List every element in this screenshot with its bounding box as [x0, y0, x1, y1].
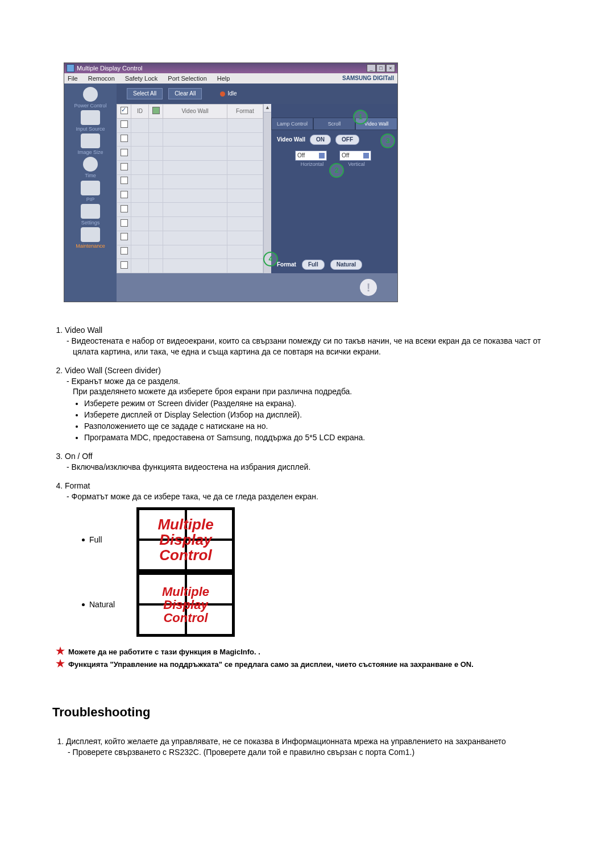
star-icon: ★ [56, 660, 65, 670]
options-panel: 1 3 Lamp Control Scroll Video Wall Video… [271, 104, 397, 273]
settings-icon [81, 204, 100, 219]
table-row[interactable] [117, 203, 263, 217]
video-wall-on-button[interactable]: ON [310, 135, 331, 145]
toolbar: Select All Clear All Idle [117, 84, 397, 104]
minimize-button[interactable]: _ [367, 64, 376, 72]
menu-remocon[interactable]: Remocon [88, 74, 115, 83]
item-4-d1: Форматът може да се избере така, че да с… [65, 491, 563, 502]
app-screenshot: Multiple Display Control _ □ × File Remo… [64, 62, 398, 302]
table-row[interactable] [117, 217, 263, 231]
clear-all-button[interactable]: Clear All [168, 88, 202, 99]
item-2-b2: Изберете дисплей от Display Selection (И… [84, 410, 563, 420]
table-row[interactable] [117, 231, 263, 245]
horizontal-sublabel: Horizontal [295, 161, 329, 168]
menu-bar: File Remocon Safety Lock Port Selection … [64, 73, 397, 84]
chevron-down-icon [319, 153, 325, 158]
table-scrollbar[interactable]: ▲ [263, 104, 271, 273]
sidebar-item-input-source[interactable]: Input Source [64, 110, 117, 132]
item-2-b4: Програмата MDC, предоставена от Samsung,… [84, 432, 563, 443]
maintenance-icon [81, 227, 100, 242]
vertical-sublabel: Vertical [339, 161, 374, 168]
format-full-label: Full [89, 535, 102, 545]
table-row[interactable] [117, 259, 263, 273]
table-row[interactable] [117, 132, 263, 147]
format-natural-label: Natural [89, 599, 115, 610]
ts-item-1-d1: Проверете свързването с RS232C. (Провере… [66, 747, 563, 758]
item-3-title: On / Off [65, 452, 93, 461]
display-table: ID Video Wall Format [117, 104, 271, 273]
select-all-button[interactable]: Select All [127, 88, 163, 99]
brand-label: SAMSUNG DIGITall [342, 74, 394, 82]
menu-file[interactable]: File [68, 74, 78, 83]
format-natural-button[interactable]: Natural [330, 260, 362, 270]
image-size-icon [81, 133, 100, 148]
time-icon [83, 157, 98, 172]
format-examples: Full MultipleDisplayControl Natural Mult… [82, 507, 563, 637]
troubleshooting-heading: Troubleshooting [52, 704, 563, 721]
table-row[interactable] [117, 189, 263, 203]
item-1-desc: Видеостената е набор от видеоекрани, кои… [65, 336, 563, 357]
app-icon [67, 64, 74, 72]
maximize-button[interactable]: □ [376, 64, 385, 72]
power-icon [83, 87, 98, 102]
chevron-down-icon [363, 153, 369, 158]
col-id[interactable]: ID [131, 105, 149, 119]
grid[interactable]: ID Video Wall Format [117, 104, 263, 273]
sidebar-item-pip[interactable]: PIP [64, 181, 117, 203]
star-icon: ★ [56, 647, 65, 657]
note-2: ★Функцията "Управление на поддръжката" с… [56, 660, 563, 670]
item-2-d2: При разделянето можете да изберете броя … [65, 386, 563, 397]
status-bar: ! [117, 273, 397, 302]
item-2-title: Video Wall (Screen divider) [65, 366, 161, 375]
sidebar-item-power-control[interactable]: Power Control [64, 87, 117, 109]
idle-indicator: Idle [220, 90, 237, 98]
sidebar-item-image-size[interactable]: Image Size [64, 133, 117, 156]
window-buttons[interactable]: _ □ × [367, 64, 395, 72]
table-row[interactable] [117, 245, 263, 259]
format-natural-thumb: MultipleDisplayControl [136, 572, 235, 637]
titlebar: Multiple Display Control _ □ × [64, 63, 397, 73]
col-status[interactable] [149, 105, 163, 119]
col-format[interactable]: Format [227, 105, 263, 119]
tab-scroll[interactable]: Scroll [313, 118, 355, 130]
sidebar-item-time[interactable]: Time [64, 157, 117, 179]
sidebar-item-maintenance[interactable]: Maintenance [64, 227, 117, 249]
horizontal-select[interactable]: Off [295, 151, 327, 161]
window-title: Multiple Display Control [77, 64, 143, 73]
input-source-icon [81, 110, 100, 125]
scroll-up-icon[interactable]: ▲ [264, 104, 271, 112]
video-wall-off-button[interactable]: OFF [335, 135, 359, 145]
item-4-title: Format [65, 481, 90, 490]
format-full-thumb: MultipleDisplayControl [136, 507, 235, 572]
item-2-d1: Екранът може да се разделя. [65, 376, 563, 387]
table-row[interactable] [117, 118, 263, 132]
troubleshooting-list: Дисплеят, който желаете да управлявате, … [52, 736, 563, 758]
sidebar: Power Control Input Source Image Size Ti… [64, 84, 117, 302]
table-row[interactable] [117, 161, 263, 175]
sidebar-item-settings[interactable]: Settings [64, 204, 117, 226]
item-1-title: Video Wall [65, 326, 102, 335]
pip-icon [81, 181, 100, 195]
tab-lamp-control[interactable]: Lamp Control [271, 118, 313, 130]
table-row[interactable] [117, 174, 263, 189]
col-checkbox[interactable] [117, 105, 131, 119]
vertical-select[interactable]: Off [339, 151, 371, 161]
video-wall-label: Video Wall [277, 136, 305, 144]
menu-safety-lock[interactable]: Safety Lock [125, 74, 157, 83]
item-3-d1: Включва/изключва функцията видеостена на… [65, 462, 563, 473]
menu-port-selection[interactable]: Port Selection [168, 74, 206, 83]
col-video-wall[interactable]: Video Wall [163, 105, 227, 119]
item-2-b3: Разположението ще се зададе с натискане … [84, 421, 563, 432]
format-full-button[interactable]: Full [302, 260, 325, 270]
callout-1: 1 [353, 110, 368, 124]
close-button[interactable]: × [386, 64, 395, 72]
menu-help[interactable]: Help [217, 74, 230, 83]
callout-3: 3 [380, 133, 395, 148]
callout-4: 4 [263, 252, 278, 266]
bullet-icon [82, 603, 85, 606]
ts-item-1: Дисплеят, който желаете да управлявате, … [66, 737, 506, 746]
bullet-icon [82, 539, 85, 541]
feature-list: Video Wall Видеостената е набор от видео… [52, 325, 563, 637]
callout-2: 2 [329, 163, 344, 178]
table-row[interactable] [117, 147, 263, 161]
